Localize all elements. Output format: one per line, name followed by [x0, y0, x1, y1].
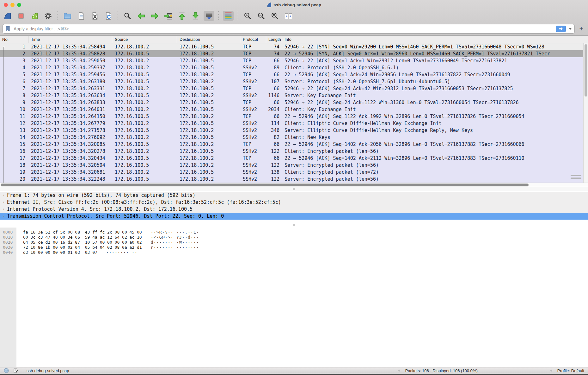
detail-row[interactable]: ›Internet Protocol Version 4, Src: 172.1…: [0, 206, 588, 213]
packet-list-horizontal-scrollbar[interactable]: [0, 183, 588, 187]
detail-row[interactable]: ›Transmission Control Protocol, Src Port…: [0, 213, 588, 220]
open-file-icon: [63, 12, 72, 20]
expert-info-icon[interactable]: [4, 368, 9, 373]
column-header-no[interactable]: No.: [0, 36, 28, 43]
go-to-packet-button[interactable]: [163, 11, 174, 21]
packet-row[interactable]: 62021-12-17 13:35:34.263180172.16.100.51…: [0, 78, 588, 85]
column-header-length[interactable]: Length: [266, 36, 282, 43]
packet-cell-time: 2021-12-17 13:35:34.276092: [28, 134, 112, 141]
column-header-source[interactable]: Source: [112, 36, 177, 43]
add-filter-button[interactable]: +: [577, 25, 585, 33]
status-profile[interactable]: Profile: Default: [557, 368, 584, 373]
packet-cell-destination: 172.18.100.2: [177, 141, 240, 148]
packet-row[interactable]: 72021-12-17 13:35:34.263331172.18.100.21…: [0, 85, 588, 92]
column-header-info[interactable]: Info: [282, 36, 588, 43]
column-header-destination[interactable]: Destination: [177, 36, 240, 43]
horizontal-scrollbar-thumb[interactable]: [1, 184, 529, 186]
main-toolbar: [0, 9, 588, 22]
packet-row[interactable]: 142021-12-17 13:35:34.276092172.18.100.2…: [0, 134, 588, 141]
detail-row[interactable]: ›Frame 1: 74 bytes on wire (592 bits), 7…: [0, 192, 588, 199]
titlebar[interactable]: ssh-debug-solved.pcap: [0, 0, 588, 9]
go-to-packet-icon: [164, 12, 173, 20]
apply-filter-button[interactable]: [556, 26, 566, 32]
packet-row[interactable]: 42021-12-17 13:35:34.259337172.18.100.21…: [0, 64, 588, 71]
packet-list-vertical-scrollbar[interactable]: [583, 43, 588, 183]
hex-bytes: fa 16 3e 52 cf 5c 00 08 e3 ff fc 2c 08 0…: [23, 230, 142, 235]
minimize-window-button[interactable]: [10, 3, 15, 7]
packet-cell-no: 16: [0, 148, 28, 155]
packet-row[interactable]: 52021-12-17 13:35:34.259456172.16.100.51…: [0, 71, 588, 78]
column-header-protocol[interactable]: Protocol: [240, 36, 266, 43]
details-bytes-splitter[interactable]: [0, 222, 588, 228]
packet-row[interactable]: 172021-12-17 13:35:34.320434172.16.100.5…: [0, 155, 588, 162]
packet-row[interactable]: 162021-12-17 13:35:34.320278172.18.100.2…: [0, 148, 588, 155]
expand-chevron-icon[interactable]: ›: [0, 206, 7, 213]
packet-cell-length: 66: [266, 85, 282, 92]
column-header-time[interactable]: Time: [28, 36, 112, 43]
go-back-button[interactable]: [136, 11, 146, 21]
packet-cell-source: 172.18.100.2: [112, 57, 177, 64]
packet-list-header: No.TimeSourceDestinationProtocolLengthIn…: [0, 35, 588, 43]
go-forward-icon: [150, 12, 159, 20]
expand-chevron-icon[interactable]: ›: [0, 192, 7, 199]
packet-cell-time: 2021-12-17 13:35:34.263634: [28, 92, 112, 99]
packet-row[interactable]: 182021-12-17 13:35:34.320504172.16.100.5…: [0, 162, 588, 169]
packet-row[interactable]: 192021-12-17 13:35:34.320681172.18.100.2…: [0, 169, 588, 176]
capture-comment-icon[interactable]: [13, 368, 18, 373]
auto-scroll-button[interactable]: [204, 11, 214, 21]
go-to-top-icon: [178, 12, 186, 20]
vertical-scrollbar-thumb[interactable]: [585, 44, 587, 97]
find-packet-button[interactable]: [122, 11, 133, 21]
packet-cell-time: 2021-12-17 13:35:34.259337: [28, 64, 112, 71]
stop-capture-button[interactable]: [15, 11, 26, 21]
packet-cell-source: 172.16.100.5: [112, 92, 177, 99]
packet-row[interactable]: 32021-12-17 13:35:34.259050172.18.100.21…: [0, 57, 588, 64]
zoom-out-button[interactable]: [256, 11, 266, 21]
packet-row[interactable]: 202021-12-17 13:35:34.322248172.16.100.5…: [0, 176, 588, 183]
display-filter-input[interactable]: [3, 24, 575, 34]
expand-chevron-icon[interactable]: ›: [0, 199, 7, 206]
packet-cell-no: 13: [0, 127, 28, 134]
hex-offset: 0010: [0, 235, 16, 240]
resize-columns-button[interactable]: [283, 11, 294, 21]
restart-capture-button[interactable]: [29, 11, 40, 21]
packet-row[interactable]: 132021-12-17 13:35:34.271578172.16.100.5…: [0, 127, 588, 134]
zoom-in-button[interactable]: [242, 11, 253, 21]
filter-history-caret-icon[interactable]: [569, 28, 572, 30]
packet-row[interactable]: 22021-12-17 13:35:34.258828172.16.100.51…: [0, 50, 588, 57]
wireshark-fin-button[interactable]: [2, 11, 13, 21]
packet-row[interactable]: 122021-12-17 13:35:34.267779172.18.100.2…: [0, 120, 588, 127]
close-file-button[interactable]: [89, 11, 100, 21]
hex-row[interactable]: 003072 10 8e 1b 00 00 02 04 05 b4 04 02 …: [0, 245, 588, 250]
zoom-window-button[interactable]: [17, 3, 21, 7]
go-to-top-button[interactable]: [176, 11, 187, 21]
zoom-original-button[interactable]: [269, 11, 280, 21]
packet-row[interactable]: 112021-12-17 13:35:34.264150172.16.100.5…: [0, 113, 588, 120]
hex-row[interactable]: 0040d3 10 00 00 00 00 01 03 03 07·······…: [0, 250, 588, 255]
packet-cell-destination: 172.16.100.5: [177, 106, 240, 113]
packet-cell-time: 2021-12-17 13:35:34.322248: [28, 176, 112, 183]
packet-cell-protocol: TCP: [240, 141, 266, 148]
hex-row[interactable]: 001000 3c c3 47 40 00 3e 06 59 4a ac 12 …: [0, 235, 588, 240]
colorize-button[interactable]: [223, 11, 234, 21]
detail-row[interactable]: ›Ethernet II, Src: Cisco_ff:fc:2c (00:08…: [0, 199, 588, 206]
packet-row[interactable]: 82021-12-17 13:35:34.263634172.16.100.51…: [0, 92, 588, 99]
filter-bookmark-icon[interactable]: [5, 26, 10, 32]
expand-chevron-icon[interactable]: ›: [0, 213, 7, 220]
hex-row[interactable]: 002064 05 ce d2 00 16 d2 87 10 57 00 00 …: [0, 240, 588, 245]
hex-row[interactable]: 0000fa 16 3e 52 cf 5c 00 08 e3 ff fc 2c …: [0, 230, 588, 235]
go-forward-button[interactable]: [149, 11, 160, 21]
capture-options-button[interactable]: [43, 11, 53, 21]
packet-row[interactable]: 102021-12-17 13:35:34.264031172.18.100.2…: [0, 106, 588, 113]
packet-row[interactable]: 12021-12-17 13:35:34.258494172.18.100.21…: [0, 43, 588, 50]
packet-cell-no: 2: [0, 50, 28, 57]
packet-cell-info: 52946 → 22 [ACK] Seq=1 Ack=1 Win=29312 L…: [282, 57, 588, 64]
close-window-button[interactable]: [4, 3, 8, 7]
reload-file-button[interactable]: [103, 11, 113, 21]
go-to-bottom-button[interactable]: [190, 11, 201, 21]
packet-row[interactable]: 152021-12-17 13:35:34.320085172.16.100.5…: [0, 141, 588, 148]
list-details-splitter[interactable]: [0, 187, 588, 191]
packet-row[interactable]: 92021-12-17 13:35:34.263833172.18.100.21…: [0, 99, 588, 106]
open-file-button[interactable]: [62, 11, 73, 21]
save-file-button[interactable]: [76, 11, 86, 21]
